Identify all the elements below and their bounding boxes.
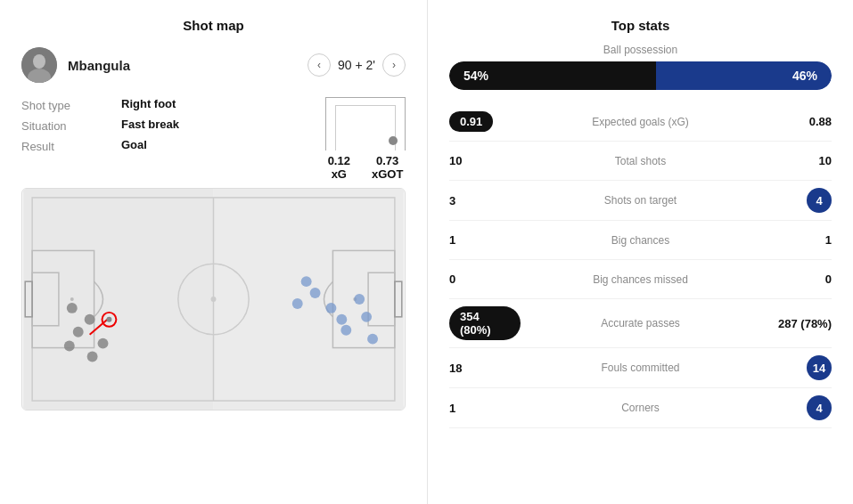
stat-label: Total shots [521, 155, 760, 167]
next-button[interactable]: › [382, 53, 406, 77]
svg-point-21 [87, 352, 98, 362]
right-panel: Top stats Ball possession 54% 46% 0.91Ex… [428, 0, 853, 504]
xg-block: 0.12 xG [328, 154, 350, 181]
svg-rect-4 [23, 189, 213, 410]
shot-info-block: Shot type Right foot Situation Fast brea… [21, 97, 325, 155]
xg-values: 0.12 xG 0.73 xGOT [328, 154, 404, 181]
shot-map-title: Shot map [21, 18, 406, 33]
svg-point-35 [301, 276, 312, 287]
xgot-number: 0.73 [372, 154, 403, 167]
stat-row: 3Shots on target4 [449, 181, 832, 221]
possession-bar: 54% 46% [449, 61, 832, 90]
stats-container: 0.91Expected goals (xG)0.8810Total shots… [449, 102, 832, 428]
field-svg [22, 189, 405, 410]
stat-row: 1Corners4 [449, 388, 832, 428]
situation-row: Situation Fast break [21, 118, 325, 134]
result-row: Result Goal [21, 138, 325, 155]
svg-point-18 [85, 314, 95, 325]
svg-point-27 [292, 298, 303, 309]
svg-point-20 [64, 341, 75, 352]
player-time: 90 + 2' [338, 58, 375, 72]
nav-controls: ‹ 90 + 2' › [308, 53, 406, 77]
result-value: Goal [121, 138, 147, 155]
stat-label: Big chances [521, 234, 760, 247]
stat-row: 10Total shots10 [449, 142, 832, 181]
top-stats-title: Top stats [449, 18, 832, 33]
svg-point-30 [336, 314, 347, 325]
player-header: Mbangula ‹ 90 + 2' › [21, 47, 406, 83]
svg-point-28 [310, 288, 321, 298]
situation-label: Situation [21, 118, 111, 134]
stat-label: Accurate passes [521, 317, 760, 329]
result-label: Result [21, 138, 111, 155]
svg-point-31 [354, 294, 365, 305]
shot-type-row: Shot type Right foot [21, 97, 325, 114]
shot-type-label: Shot type [21, 97, 111, 114]
right-badge-blue: 4 [807, 188, 832, 213]
svg-point-9 [211, 297, 217, 302]
possession-left: 54% [449, 61, 656, 90]
xg-label: xG [328, 167, 350, 181]
player-avatar [21, 47, 57, 83]
left-badge: 354 (80%) [449, 306, 521, 340]
svg-point-13 [70, 297, 74, 301]
svg-point-29 [325, 303, 336, 313]
right-badge-blue: 14 [807, 355, 832, 380]
shot-type-value: Right foot [121, 97, 176, 114]
left-panel: Shot map Mbangula ‹ 90 + 2' › Shot type … [0, 0, 428, 504]
svg-point-19 [73, 327, 84, 337]
player-name: Mbangula [68, 58, 297, 73]
stat-label: Fouls committed [521, 362, 760, 374]
stat-row: 0Big chances missed0 [449, 260, 832, 299]
xg-number: 0.12 [328, 154, 350, 167]
svg-point-33 [361, 312, 372, 322]
prev-button[interactable]: ‹ [308, 53, 331, 77]
possession-label: Ball possession [449, 44, 832, 56]
goal-target-dot [389, 136, 398, 145]
stat-label: Expected goals (xG) [521, 116, 760, 128]
stat-label: Shots on target [521, 194, 760, 207]
svg-point-32 [340, 325, 351, 336]
possession-right: 46% [656, 61, 832, 90]
xgot-block: 0.73 xGOT [372, 154, 403, 181]
stat-row: 0.91Expected goals (xG)0.88 [449, 102, 832, 142]
svg-point-1 [33, 54, 45, 69]
goal-diagram-block: 0.12 xG 0.73 xGOT [325, 97, 406, 181]
svg-point-22 [98, 338, 109, 349]
xgot-label: xGOT [372, 167, 403, 181]
stat-label: Big chances missed [521, 273, 760, 286]
stat-label: Corners [521, 402, 760, 414]
left-badge: 0.91 [449, 111, 493, 132]
stat-row: 18Fouls committed14 [449, 348, 832, 388]
svg-point-26 [106, 317, 111, 322]
svg-point-23 [67, 303, 78, 313]
field-map [21, 188, 406, 411]
svg-rect-5 [214, 189, 404, 410]
stat-row: 1Big chances1 [449, 221, 832, 260]
situation-value: Fast break [121, 118, 179, 134]
right-badge-blue: 4 [807, 395, 832, 420]
svg-point-34 [367, 334, 378, 345]
goal-diagram [325, 97, 406, 150]
shot-detail-container: Shot type Right foot Situation Fast brea… [21, 97, 406, 181]
stat-row: 354 (80%)Accurate passes287 (78%) [449, 299, 832, 348]
